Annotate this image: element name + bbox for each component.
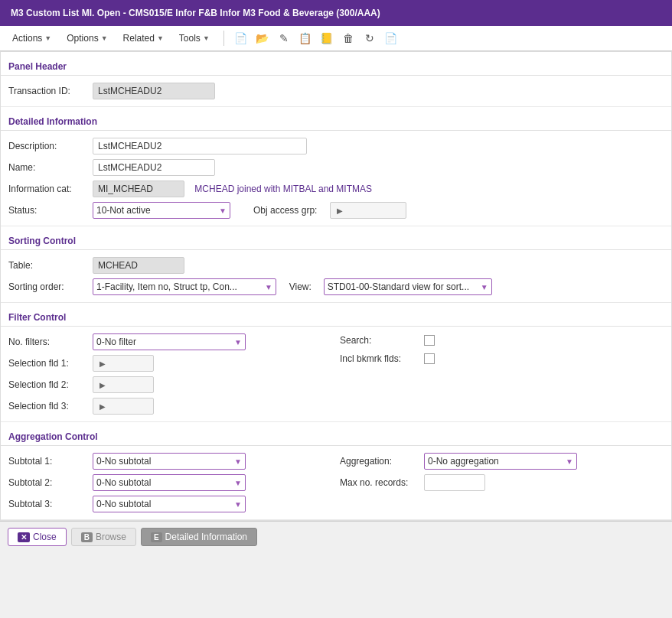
- transaction-id-row: Transaction ID:: [8, 80, 664, 102]
- options-menu[interactable]: Options ▼: [60, 30, 113, 47]
- aggregation-arrow-icon: ▼: [566, 457, 573, 466]
- obj-access-grp-arrow-icon[interactable]: ▶: [337, 207, 343, 215]
- subtotal3-arrow-icon: ▼: [234, 500, 242, 509]
- status-row: Status: 10-Not active ▼ Obj access grp: …: [8, 200, 664, 221]
- main-content: Panel Header Transaction ID: Detailed In…: [0, 51, 672, 521]
- detailed-info-section-title: Detailed Information: [1, 110, 671, 131]
- copy-icon[interactable]: 📋: [296, 29, 315, 47]
- close-button[interactable]: ✕ Close: [8, 528, 67, 546]
- new-icon[interactable]: 📄: [232, 29, 250, 47]
- table-label: Table:: [8, 260, 93, 271]
- max-records-row: Max no. records:: [340, 472, 664, 493]
- title-bar: M3 Custom List MI. Open - CMS015/E Infor…: [0, 0, 672, 26]
- open-icon[interactable]: 📂: [253, 29, 272, 47]
- close-key-icon: ✕: [18, 532, 30, 542]
- incl-bkmrk-label: Incl bkmrk flds:: [340, 353, 424, 364]
- aggregation-control-section: Subtotal 1: 0-No subtotal ▼ Subtotal 2: …: [1, 446, 671, 520]
- menu-bar: Actions ▼ Options ▼ Related ▼ Tools ▼ 📄 …: [0, 26, 672, 51]
- detailed-info-button: E Detailed Information: [141, 528, 257, 546]
- subtotal3-row: Subtotal 3: 0-No subtotal ▼: [8, 493, 332, 515]
- bottom-bar: ✕ Close B Browse E Detailed Information: [0, 521, 672, 552]
- subtotal2-arrow-icon: ▼: [234, 479, 242, 487]
- tools-chevron-icon: ▼: [203, 34, 210, 42]
- actions-menu[interactable]: Actions ▼: [6, 30, 57, 47]
- no-filters-label: No. filters:: [8, 337, 93, 347]
- title-text: M3 Custom List MI. Open - CMS015/E Infor…: [11, 8, 380, 18]
- name-row: Name:: [8, 157, 664, 178]
- info-cat-label: Information cat:: [8, 184, 93, 194]
- name-label: Name:: [8, 162, 93, 173]
- status-select[interactable]: 10-Not active ▼: [93, 202, 230, 219]
- status-label: Status:: [8, 205, 93, 216]
- aggregation-row: Aggregation: 0-No aggregation ▼: [340, 450, 664, 472]
- search-label: Search:: [340, 335, 424, 346]
- edit-icon[interactable]: ✎: [275, 29, 293, 47]
- aggregation-left-col: Subtotal 1: 0-No subtotal ▼ Subtotal 2: …: [8, 450, 332, 515]
- incl-bkmrk-checkbox-wrap: [424, 353, 435, 364]
- view-arrow-icon: ▼: [481, 283, 488, 291]
- selection-fld3-input[interactable]: ▶: [93, 398, 154, 415]
- no-filters-select[interactable]: 0-No filter ▼: [93, 333, 246, 350]
- aggregation-right-col: Aggregation: 0-No aggregation ▼ Max no. …: [332, 450, 664, 515]
- selection-fld3-arrow-icon[interactable]: ▶: [99, 402, 106, 411]
- incl-bkmrk-row: Incl bkmrk flds:: [340, 350, 664, 368]
- subtotal3-label: Subtotal 3:: [8, 499, 93, 509]
- no-filters-row: No. filters: 0-No filter ▼: [8, 331, 332, 353]
- aggregation-control-section-title: Aggregation Control: [1, 425, 671, 446]
- filter-control-cols: No. filters: 0-No filter ▼ Selection fld…: [8, 331, 664, 417]
- related-menu[interactable]: Related ▼: [117, 30, 170, 47]
- table-row: Table: MCHEAD: [8, 255, 664, 276]
- selection-fld2-arrow-icon[interactable]: ▶: [99, 381, 106, 389]
- selection-fld1-input[interactable]: ▶: [93, 355, 154, 372]
- obj-access-grp-label: Obj access grp:: [253, 205, 330, 216]
- sorting-control-section: Table: MCHEAD Sorting order: 1-Facility,…: [1, 250, 671, 303]
- transaction-id-input: [93, 83, 215, 99]
- refresh-icon[interactable]: ↻: [360, 29, 379, 47]
- description-label: Description:: [8, 141, 93, 151]
- selection-fld2-label: Selection fld 2:: [8, 379, 93, 390]
- selection-fld2-input[interactable]: ▶: [93, 376, 154, 393]
- detailed-key-icon: E: [151, 532, 162, 542]
- options-chevron-icon: ▼: [101, 34, 108, 42]
- info-cat-description: MCHEAD joined with MITBAL and MITMAS: [194, 184, 372, 194]
- selection-fld1-row: Selection fld 1: ▶: [8, 353, 332, 374]
- description-input[interactable]: [93, 138, 307, 154]
- view-select[interactable]: STD01-00-Standard view for sort... ▼: [324, 278, 492, 295]
- aggregation-label: Aggregation:: [340, 456, 424, 467]
- subtotal2-label: Subtotal 2:: [8, 477, 93, 488]
- sorting-order-select[interactable]: 1-Facility, Item no, Struct tp, Con... ▼: [93, 278, 276, 295]
- panel-header-section-title: Panel Header: [1, 55, 671, 76]
- subtotal3-select[interactable]: 0-No subtotal ▼: [93, 496, 246, 512]
- paste-icon[interactable]: 📒: [318, 29, 336, 47]
- filter-control-section: No. filters: 0-No filter ▼ Selection fld…: [1, 327, 671, 422]
- sorting-order-label: Sorting order:: [8, 281, 93, 292]
- max-records-label: Max no. records:: [340, 477, 424, 488]
- tools-menu[interactable]: Tools ▼: [173, 30, 216, 47]
- aggregation-select[interactable]: 0-No aggregation ▼: [424, 453, 577, 470]
- detailed-info-section: Description: Name: Information cat: MI_M…: [1, 131, 671, 226]
- subtotal1-select[interactable]: 0-No subtotal ▼: [93, 453, 246, 470]
- panel-header-section: Transaction ID:: [1, 76, 671, 107]
- aggregation-cols: Subtotal 1: 0-No subtotal ▼ Subtotal 2: …: [8, 450, 664, 515]
- sorting-control-section-title: Sorting Control: [1, 229, 671, 250]
- info-cat-row: Information cat: MI_MCHEAD MCHEAD joined…: [8, 178, 664, 200]
- selection-fld3-row: Selection fld 3: ▶: [8, 395, 332, 417]
- selection-fld1-arrow-icon[interactable]: ▶: [99, 359, 106, 368]
- max-records-input[interactable]: [424, 474, 485, 491]
- description-row: Description:: [8, 135, 664, 157]
- obj-access-grp-input[interactable]: ▶: [330, 202, 406, 219]
- search-checkbox[interactable]: [424, 335, 435, 346]
- delete-icon[interactable]: 🗑: [339, 29, 357, 47]
- view-label: View:: [289, 281, 320, 292]
- subtotal2-select[interactable]: 0-No subtotal ▼: [93, 474, 246, 491]
- browse-key-icon: B: [81, 532, 93, 542]
- subtotal2-row: Subtotal 2: 0-No subtotal ▼: [8, 472, 332, 493]
- name-input[interactable]: [93, 159, 215, 176]
- selection-fld3-label: Selection fld 3:: [8, 401, 93, 411]
- info-icon[interactable]: 📄: [382, 29, 400, 47]
- incl-bkmrk-checkbox[interactable]: [424, 353, 435, 364]
- mitmas-link[interactable]: MITMAS: [336, 184, 372, 194]
- table-value: MCHEAD: [93, 257, 184, 274]
- no-filters-arrow-icon: ▼: [234, 338, 242, 346]
- mitbal-link[interactable]: MITBAL: [283, 184, 316, 194]
